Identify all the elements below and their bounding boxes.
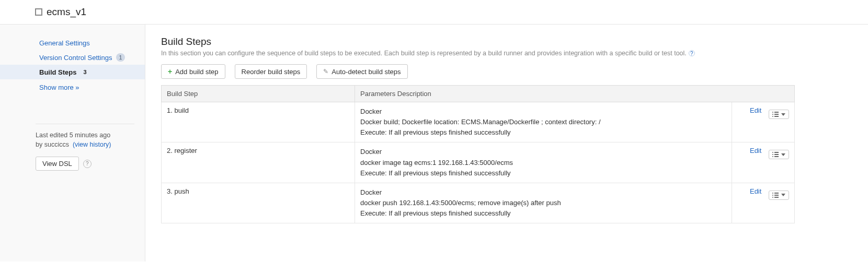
sidebar-show-more[interactable]: Show more »	[0, 80, 145, 94]
chevron-down-icon	[781, 194, 785, 196]
col-header-step: Build Step	[162, 86, 355, 102]
sidebar-item-build-steps[interactable]: Build Steps 3	[0, 65, 145, 79]
main-content: Build Steps In this section you can conf…	[145, 25, 868, 261]
sidebar-item-vcs-settings[interactable]: Version Control Settings 1	[0, 50, 145, 65]
last-edited-prefix: Last edited	[36, 132, 70, 139]
view-history-link[interactable]: (view history)	[73, 141, 111, 148]
reorder-build-steps-button[interactable]: Reorder build steps	[235, 64, 307, 79]
step-detail: docker push 192.168.1.43:5000/ecms; remo…	[360, 198, 726, 208]
list-icon	[772, 112, 779, 117]
step-runner: Docker	[360, 147, 726, 157]
step-execute: Execute: If all previous steps finished …	[360, 208, 726, 219]
row-menu-button[interactable]	[769, 110, 789, 119]
sidebar-item-label: Version Control Settings	[39, 54, 112, 62]
reorder-label: Reorder build steps	[242, 68, 301, 75]
toolbar: + Add build step Reorder build steps ✎ A…	[161, 64, 795, 79]
sidebar-item-label: General Settings	[39, 39, 90, 47]
page-header: ecms_v1	[0, 0, 868, 24]
col-header-params: Parameters Description	[355, 86, 795, 102]
build-steps-table: Build Step Parameters Description 1. bui…	[161, 85, 795, 223]
table-row: 2. register Docker docker image tag ecms…	[162, 142, 795, 183]
sidebar-item-general-settings[interactable]: General Settings	[0, 36, 145, 50]
autodetect-label: Auto-detect build steps	[332, 68, 401, 75]
sidebar-item-label: Build Steps	[39, 68, 77, 76]
section-description: In this section you can configure the se…	[161, 50, 687, 57]
project-icon	[35, 8, 42, 16]
step-runner: Docker	[360, 106, 726, 117]
list-icon	[772, 193, 779, 198]
project-title: ecms_v1	[47, 6, 86, 18]
add-build-step-button[interactable]: + Add build step	[161, 64, 225, 79]
edit-link[interactable]: Edit	[750, 187, 761, 195]
view-dsl-label: View DSL	[42, 160, 72, 167]
step-name: 3. push	[162, 183, 355, 223]
help-icon[interactable]: ?	[689, 50, 695, 56]
list-icon	[772, 152, 779, 157]
step-name: 1. build	[162, 102, 355, 142]
plus-icon: +	[168, 68, 172, 75]
wand-icon: ✎	[323, 68, 328, 75]
autodetect-build-steps-button[interactable]: ✎ Auto-detect build steps	[316, 64, 407, 79]
step-execute: Execute: If all previous steps finished …	[360, 168, 726, 178]
last-edited-time: 5 minutes ago	[70, 132, 111, 139]
help-icon[interactable]: ?	[83, 160, 92, 168]
table-row: 3. push Docker docker push 192.168.1.43:…	[162, 183, 795, 223]
sidebar-item-badge: 1	[116, 53, 124, 62]
by-user: succiccs	[44, 141, 69, 148]
view-dsl-button[interactable]: View DSL	[36, 157, 79, 171]
add-build-step-label: Add build step	[175, 68, 218, 75]
last-edited-block: Last edited 5 minutes ago by succiccs (v…	[36, 124, 134, 149]
row-menu-button[interactable]	[769, 190, 789, 200]
row-menu-button[interactable]	[769, 150, 789, 159]
edit-link[interactable]: Edit	[750, 106, 761, 114]
chevron-down-icon	[781, 153, 785, 156]
step-detail: docker image tag ecms:1 192.168.1.43:500…	[360, 158, 726, 168]
section-title: Build Steps	[161, 36, 795, 47]
step-name: 2. register	[162, 142, 355, 183]
step-detail: Docker build; Dockerfile location: ECMS.…	[360, 117, 726, 127]
edit-link[interactable]: Edit	[750, 147, 761, 154]
step-runner: Docker	[360, 187, 726, 198]
table-row: 1. build Docker Docker build; Dockerfile…	[162, 102, 795, 142]
sidebar-item-badge: 3	[81, 68, 89, 76]
chevron-down-icon	[781, 113, 785, 116]
settings-sidebar: General Settings Version Control Setting…	[0, 25, 145, 261]
by-prefix: by	[36, 141, 44, 148]
step-execute: Execute: If all previous steps finished …	[360, 127, 726, 138]
